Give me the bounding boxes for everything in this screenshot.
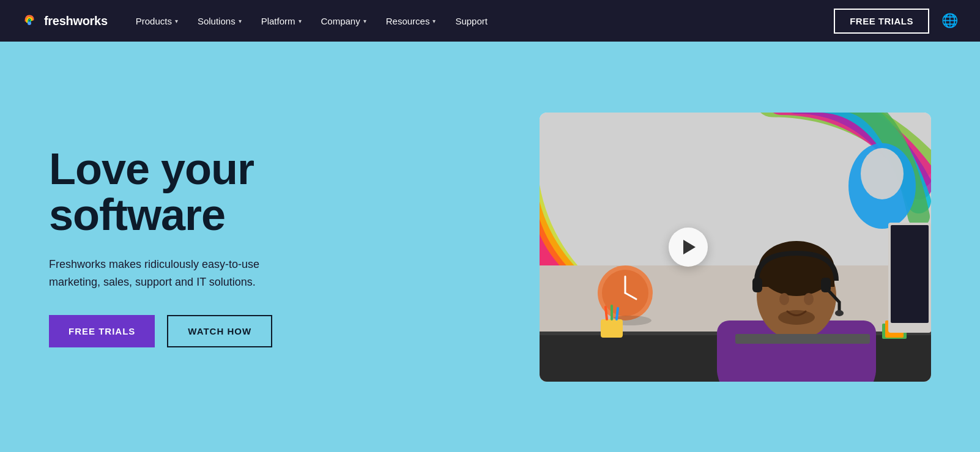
svg-point-16 <box>779 293 789 305</box>
hero-free-trials-button[interactable]: FREE TRIALS <box>49 315 155 347</box>
chevron-down-icon: ▾ <box>175 18 178 24</box>
nav-item-company[interactable]: Company ▾ <box>313 11 375 31</box>
svg-line-30 <box>617 308 618 319</box>
nav-item-support[interactable]: Support <box>447 11 496 31</box>
svg-point-4 <box>861 148 904 199</box>
globe-icon[interactable]: 🌐 <box>939 10 960 31</box>
svg-rect-32 <box>891 225 929 323</box>
nav-item-platform[interactable]: Platform ▾ <box>253 11 310 31</box>
video-play-button[interactable] <box>669 228 708 267</box>
hero-content: Love your software Freshworks makes ridi… <box>49 146 343 348</box>
nav-right: FREE TRIALS 🌐 <box>834 9 960 34</box>
chevron-down-icon: ▾ <box>363 18 366 24</box>
nav-links: Products ▾ Solutions ▾ Platform ▾ Compan… <box>127 11 834 31</box>
chevron-down-icon: ▾ <box>299 18 302 24</box>
hero-subtext: Freshworks makes ridiculously easy-to-us… <box>49 256 306 291</box>
navbar: freshworks Products ▾ Solutions ▾ Platfo… <box>0 0 980 42</box>
free-trials-button[interactable]: FREE TRIALS <box>834 9 929 34</box>
hero-headline: Love your software <box>49 146 343 239</box>
hero-section: Love your software Freshworks makes ridi… <box>0 42 980 452</box>
brand-logo-link[interactable]: freshworks <box>20 11 108 31</box>
video-container <box>540 113 931 382</box>
svg-point-15 <box>835 310 844 316</box>
hero-visual <box>392 113 931 382</box>
svg-rect-13 <box>752 278 762 292</box>
chevron-down-icon: ▾ <box>239 18 242 24</box>
svg-rect-19 <box>735 334 870 344</box>
svg-line-28 <box>606 307 607 319</box>
hero-buttons: FREE TRIALS WATCH HOW <box>49 315 343 347</box>
nav-item-products[interactable]: Products ▾ <box>127 11 187 31</box>
svg-point-1 <box>28 21 31 25</box>
nav-item-solutions[interactable]: Solutions ▾ <box>189 11 250 31</box>
freshworks-logo-icon <box>20 11 39 31</box>
nav-item-resources[interactable]: Resources ▾ <box>377 11 445 31</box>
play-icon <box>683 240 696 254</box>
chevron-down-icon: ▾ <box>432 18 436 24</box>
brand-name-text: freshworks <box>44 14 108 28</box>
svg-point-0 <box>20 12 39 30</box>
svg-rect-27 <box>601 319 623 338</box>
svg-point-18 <box>778 310 815 325</box>
video-background-art <box>540 113 931 382</box>
hero-watch-how-button[interactable]: WATCH HOW <box>167 315 272 347</box>
svg-point-17 <box>804 293 814 305</box>
